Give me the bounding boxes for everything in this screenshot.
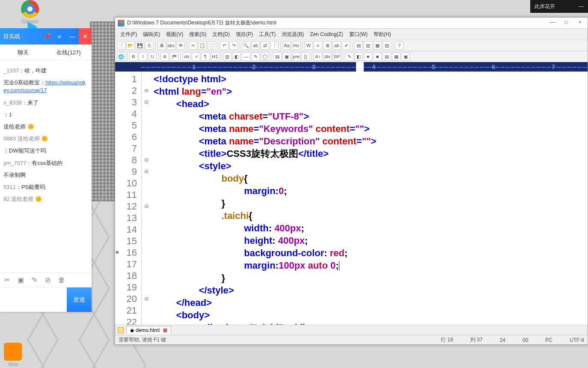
toolbar-button[interactable]: ▥ bbox=[364, 41, 372, 50]
fold-toggle[interactable]: ⊟ bbox=[142, 96, 151, 108]
ruler-marker[interactable] bbox=[356, 62, 364, 72]
fold-toggle[interactable] bbox=[142, 120, 151, 131]
fold-toggle[interactable] bbox=[142, 281, 151, 293]
toolbar-button[interactable]: ▦ bbox=[373, 41, 382, 50]
line-number[interactable]: 15 bbox=[115, 235, 137, 247]
line-number[interactable]: 10 bbox=[115, 177, 137, 189]
minimize-icon[interactable]: — bbox=[66, 28, 79, 45]
line-number[interactable]: 16 bbox=[115, 247, 137, 258]
chat-tool-2[interactable]: ✎ bbox=[32, 276, 37, 284]
tab-online[interactable]: 在线(127) bbox=[46, 45, 92, 60]
menu-item[interactable]: 工具(T) bbox=[256, 30, 278, 39]
file-tab-demo[interactable]: ◆ demo.html ⊠ bbox=[126, 326, 171, 334]
toolbar-button[interactable]: 💾 bbox=[136, 41, 144, 50]
toolbar-button[interactable]: ■ bbox=[373, 52, 382, 61]
fold-toggle[interactable]: ⊟ bbox=[142, 154, 151, 166]
toolbar-button[interactable]: {} bbox=[301, 52, 310, 61]
toolbar-button[interactable]: 📄 bbox=[208, 41, 216, 50]
line-number[interactable]: 3 bbox=[115, 96, 137, 108]
fold-toggle[interactable] bbox=[142, 212, 151, 224]
fold-toggle[interactable]: ⊟ bbox=[142, 85, 151, 96]
toolbar-button[interactable]: ⇄ bbox=[261, 41, 269, 50]
toolbar-button[interactable]: A↕ bbox=[314, 52, 322, 61]
code-editor[interactable]: <!doctype html> <html lang="en"> <head> … bbox=[151, 72, 588, 325]
toolbar-button[interactable]: ▣ bbox=[282, 52, 291, 61]
share-icon[interactable]: ∝ bbox=[53, 28, 66, 45]
toolbar-button[interactable]: I bbox=[139, 52, 147, 61]
editor-titlebar[interactable]: D:\Windows 7 Documents\Desktop\6月7日 旋转太极… bbox=[115, 18, 588, 29]
toolbar-button[interactable]: 📄 bbox=[117, 41, 125, 50]
fold-gutter[interactable]: ⊟⊟⊟⊟⊟⊟ bbox=[142, 72, 151, 325]
toolbar-button[interactable]: ▤ bbox=[354, 41, 363, 50]
line-number[interactable]: 18 bbox=[115, 270, 137, 281]
desktop-icon-time[interactable]: Time bbox=[0, 343, 26, 367]
line-number[interactable]: 20 bbox=[115, 293, 137, 305]
menu-item[interactable]: 窗口(W) bbox=[347, 30, 370, 39]
toolbar-button[interactable]: ↶ bbox=[220, 41, 229, 50]
fold-toggle[interactable]: ⊟ bbox=[142, 200, 151, 212]
window-minimize-icon[interactable]: — bbox=[546, 18, 558, 26]
ruler[interactable]: 1234567 bbox=[115, 62, 588, 72]
toolbar-button[interactable]: ≡ bbox=[314, 41, 322, 50]
toolbar-button[interactable]: ▤ bbox=[273, 52, 282, 61]
chat-message-list[interactable]: _1337：啥，咋建完全0基础教室：https://wiguangkey.com… bbox=[0, 61, 92, 272]
fold-toggle[interactable] bbox=[142, 305, 151, 316]
toolbar-button[interactable]: Hx bbox=[292, 41, 300, 50]
line-number[interactable]: 19 bbox=[115, 281, 137, 293]
video-minimize-icon[interactable]: — bbox=[579, 3, 584, 9]
close-icon[interactable]: ✕ bbox=[79, 28, 92, 45]
toolbar-button[interactable]: ab bbox=[251, 41, 260, 50]
line-number[interactable]: 17 bbox=[115, 258, 137, 270]
toolbar-button[interactable]: ✎ bbox=[251, 52, 260, 61]
menu-item[interactable]: 视图(V) bbox=[163, 30, 186, 39]
toolbar-button[interactable]: ✂ bbox=[189, 41, 197, 50]
menu-item[interactable]: 帮助(H) bbox=[371, 30, 394, 39]
fold-toggle[interactable] bbox=[142, 131, 151, 143]
toolbar-button[interactable]: ▣ bbox=[401, 52, 410, 61]
chat-textarea[interactable] bbox=[0, 287, 67, 312]
fold-toggle[interactable]: ⊟ bbox=[142, 166, 151, 177]
chat-tool-3[interactable]: ⊘ bbox=[45, 276, 50, 284]
fold-toggle[interactable] bbox=[142, 73, 151, 85]
toolbar-button[interactable]: Aa bbox=[282, 41, 291, 50]
toolbar-button[interactable]: ≣ bbox=[323, 41, 332, 50]
line-number[interactable]: 11 bbox=[115, 189, 137, 200]
line-gutter[interactable]: 12345678910111213141516171819202122 bbox=[115, 72, 142, 325]
toolbar-button[interactable]: ▦ bbox=[392, 52, 401, 61]
chat-tool-4[interactable]: 🗑 bbox=[58, 276, 65, 284]
menu-item[interactable]: 项目(P) bbox=[233, 30, 255, 39]
menu-item[interactable]: 浏览器(B) bbox=[279, 30, 306, 39]
toolbar-button[interactable]: ↷ bbox=[229, 41, 238, 50]
toolbar-button[interactable]: ¶ bbox=[201, 52, 210, 61]
toolbar-button[interactable]: 🔍 bbox=[242, 41, 250, 50]
line-number[interactable]: 13 bbox=[115, 212, 137, 224]
menu-item[interactable]: 编辑(E) bbox=[140, 30, 163, 39]
toolbar-button[interactable]: ? bbox=[395, 41, 404, 50]
toolbar-button[interactable]: U bbox=[148, 52, 157, 61]
send-button[interactable]: 发送 bbox=[67, 287, 92, 312]
fold-toggle[interactable] bbox=[142, 189, 151, 200]
line-number[interactable]: 7 bbox=[115, 143, 137, 154]
fold-toggle[interactable] bbox=[142, 270, 151, 281]
fold-toggle[interactable] bbox=[142, 224, 151, 235]
toolbar-button[interactable]: 🖶 bbox=[157, 41, 166, 50]
fold-toggle[interactable] bbox=[142, 316, 151, 325]
fold-toggle[interactable]: ⊟ bbox=[142, 293, 151, 305]
toolbar-button[interactable]: 📋 bbox=[198, 41, 207, 50]
toolbar-button[interactable]: ◧ bbox=[232, 52, 241, 61]
toolbar-button[interactable]: abc bbox=[167, 41, 175, 50]
line-number[interactable]: 21 bbox=[115, 305, 137, 316]
line-number[interactable]: 14 bbox=[115, 224, 137, 235]
toolbar-button[interactable]: A bbox=[160, 52, 169, 61]
fold-toggle[interactable] bbox=[142, 235, 151, 247]
line-number[interactable]: 5 bbox=[115, 120, 137, 131]
toolbar-button[interactable]: 👁 bbox=[176, 41, 185, 50]
toolbar-button[interactable]: ⋮ bbox=[270, 41, 279, 50]
line-number[interactable]: 6 bbox=[115, 131, 137, 143]
fold-toggle[interactable] bbox=[142, 258, 151, 270]
toolbar-button[interactable]: ▧ bbox=[383, 41, 391, 50]
toolbar-button[interactable]: ▤ bbox=[383, 52, 391, 61]
menu-item[interactable]: 文档(D) bbox=[210, 30, 232, 39]
toolbar-button[interactable]: ⤶ bbox=[192, 52, 200, 61]
toolbar-button[interactable]: — bbox=[242, 52, 250, 61]
